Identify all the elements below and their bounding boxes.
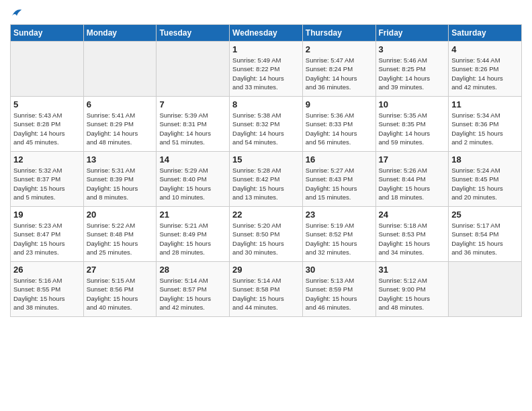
header-cell-monday: Monday [83,25,157,42]
day-number: 22 [232,210,300,220]
day-info: Sunrise: 5:24 AM Sunset: 8:45 PM Dayligh… [451,166,519,201]
day-number: 19 [13,210,81,220]
week-row-1: 1Sunrise: 5:49 AM Sunset: 8:22 PM Daylig… [11,42,522,97]
day-cell: 10Sunrise: 5:35 AM Sunset: 8:35 PM Dayli… [375,97,449,152]
calendar-header: SundayMondayTuesdayWednesdayThursdayFrid… [11,25,522,42]
header-cell-thursday: Thursday [302,25,375,42]
day-info: Sunrise: 5:39 AM Sunset: 8:31 PM Dayligh… [159,111,226,146]
day-info: Sunrise: 5:29 AM Sunset: 8:40 PM Dayligh… [159,166,226,201]
day-number: 8 [232,99,300,109]
day-number: 14 [159,154,226,165]
day-info: Sunrise: 5:43 AM Sunset: 8:28 PM Dayligh… [13,111,81,146]
week-row-4: 19Sunrise: 5:23 AM Sunset: 8:47 PM Dayli… [11,207,522,262]
day-cell: 30Sunrise: 5:13 AM Sunset: 8:59 PM Dayli… [302,262,375,317]
header-cell-sunday: Sunday [11,25,84,42]
day-info: Sunrise: 5:44 AM Sunset: 8:26 PM Dayligh… [451,56,519,91]
day-cell: 9Sunrise: 5:36 AM Sunset: 8:33 PM Daylig… [302,97,375,152]
day-number: 7 [159,99,226,109]
day-info: Sunrise: 5:20 AM Sunset: 8:50 PM Dayligh… [232,221,300,257]
day-cell: 20Sunrise: 5:22 AM Sunset: 8:48 PM Dayli… [83,207,157,262]
day-info: Sunrise: 5:22 AM Sunset: 8:48 PM Dayligh… [87,221,154,257]
day-number: 25 [451,210,519,220]
day-number: 9 [306,99,373,109]
day-number: 23 [306,210,373,220]
day-info: Sunrise: 5:17 AM Sunset: 8:54 PM Dayligh… [451,221,519,257]
calendar-table: SundayMondayTuesdayWednesdayThursdayFrid… [10,24,522,317]
day-number: 2 [306,44,373,54]
day-cell: 17Sunrise: 5:26 AM Sunset: 8:44 PM Dayli… [375,152,449,207]
header-row: SundayMondayTuesdayWednesdayThursdayFrid… [11,25,522,42]
day-cell: 11Sunrise: 5:34 AM Sunset: 8:36 PM Dayli… [449,97,522,152]
day-number: 10 [379,99,446,109]
day-number: 28 [159,265,226,275]
day-number: 24 [379,210,446,220]
day-info: Sunrise: 5:49 AM Sunset: 8:22 PM Dayligh… [232,56,300,91]
day-info: Sunrise: 5:12 AM Sunset: 9:00 PM Dayligh… [379,276,446,312]
day-cell [83,42,157,97]
day-info: Sunrise: 5:14 AM Sunset: 8:58 PM Dayligh… [232,276,300,312]
day-number: 29 [232,265,300,275]
day-cell: 26Sunrise: 5:16 AM Sunset: 8:55 PM Dayli… [11,262,84,317]
day-cell: 27Sunrise: 5:15 AM Sunset: 8:56 PM Dayli… [83,262,157,317]
day-cell: 6Sunrise: 5:41 AM Sunset: 8:29 PM Daylig… [83,97,157,152]
day-cell: 28Sunrise: 5:14 AM Sunset: 8:57 PM Dayli… [157,262,230,317]
day-number: 18 [451,154,519,165]
header-cell-friday: Friday [375,25,449,42]
day-info: Sunrise: 5:28 AM Sunset: 8:42 PM Dayligh… [232,166,300,201]
day-number: 3 [379,44,446,54]
day-number: 26 [13,265,81,275]
day-info: Sunrise: 5:18 AM Sunset: 8:53 PM Dayligh… [379,221,446,257]
day-info: Sunrise: 5:36 AM Sunset: 8:33 PM Dayligh… [306,111,373,146]
day-cell: 7Sunrise: 5:39 AM Sunset: 8:31 PM Daylig… [157,97,230,152]
day-number: 20 [87,210,154,220]
day-cell: 29Sunrise: 5:14 AM Sunset: 8:58 PM Dayli… [230,262,303,317]
day-info: Sunrise: 5:35 AM Sunset: 8:35 PM Dayligh… [379,111,446,146]
day-cell: 14Sunrise: 5:29 AM Sunset: 8:40 PM Dayli… [157,152,230,207]
day-info: Sunrise: 5:27 AM Sunset: 8:43 PM Dayligh… [306,166,373,201]
day-cell: 13Sunrise: 5:31 AM Sunset: 8:39 PM Dayli… [83,152,157,207]
day-info: Sunrise: 5:23 AM Sunset: 8:47 PM Dayligh… [13,221,81,257]
day-cell: 5Sunrise: 5:43 AM Sunset: 8:28 PM Daylig… [11,97,84,152]
day-cell: 31Sunrise: 5:12 AM Sunset: 9:00 PM Dayli… [375,262,449,317]
header-cell-wednesday: Wednesday [230,25,303,42]
day-cell: 1Sunrise: 5:49 AM Sunset: 8:22 PM Daylig… [230,42,303,97]
day-info: Sunrise: 5:16 AM Sunset: 8:55 PM Dayligh… [13,276,81,312]
day-cell: 24Sunrise: 5:18 AM Sunset: 8:53 PM Dayli… [375,207,449,262]
week-row-2: 5Sunrise: 5:43 AM Sunset: 8:28 PM Daylig… [11,97,522,152]
day-info: Sunrise: 5:14 AM Sunset: 8:57 PM Dayligh… [159,276,226,312]
day-number: 30 [306,265,373,275]
day-cell: 12Sunrise: 5:32 AM Sunset: 8:37 PM Dayli… [11,152,84,207]
day-number: 1 [232,44,300,54]
day-cell [157,42,230,97]
calendar-body: 1Sunrise: 5:49 AM Sunset: 8:22 PM Daylig… [11,42,522,317]
day-number: 16 [306,154,373,165]
day-info: Sunrise: 5:26 AM Sunset: 8:44 PM Dayligh… [379,166,446,201]
day-info: Sunrise: 5:13 AM Sunset: 8:59 PM Dayligh… [306,276,373,312]
day-info: Sunrise: 5:21 AM Sunset: 8:49 PM Dayligh… [159,221,226,257]
day-cell: 23Sunrise: 5:19 AM Sunset: 8:52 PM Dayli… [302,207,375,262]
header [10,7,522,19]
day-info: Sunrise: 5:38 AM Sunset: 8:32 PM Dayligh… [232,111,300,146]
day-cell: 2Sunrise: 5:47 AM Sunset: 8:24 PM Daylig… [302,42,375,97]
day-number: 12 [13,154,81,165]
day-info: Sunrise: 5:19 AM Sunset: 8:52 PM Dayligh… [306,221,373,257]
day-info: Sunrise: 5:47 AM Sunset: 8:24 PM Dayligh… [306,56,373,91]
week-row-3: 12Sunrise: 5:32 AM Sunset: 8:37 PM Dayli… [11,152,522,207]
day-number: 13 [87,154,154,165]
day-cell: 8Sunrise: 5:38 AM Sunset: 8:32 PM Daylig… [230,97,303,152]
day-cell: 16Sunrise: 5:27 AM Sunset: 8:43 PM Dayli… [302,152,375,207]
logo [10,7,23,19]
day-info: Sunrise: 5:15 AM Sunset: 8:56 PM Dayligh… [87,276,154,312]
day-number: 21 [159,210,226,220]
day-cell: 15Sunrise: 5:28 AM Sunset: 8:42 PM Dayli… [230,152,303,207]
day-info: Sunrise: 5:34 AM Sunset: 8:36 PM Dayligh… [451,111,519,146]
day-number: 27 [87,265,154,275]
day-number: 5 [13,99,81,109]
day-cell: 4Sunrise: 5:44 AM Sunset: 8:26 PM Daylig… [449,42,522,97]
day-cell: 18Sunrise: 5:24 AM Sunset: 8:45 PM Dayli… [449,152,522,207]
day-cell: 3Sunrise: 5:46 AM Sunset: 8:25 PM Daylig… [375,42,449,97]
logo-bird-icon [11,7,23,19]
day-info: Sunrise: 5:41 AM Sunset: 8:29 PM Dayligh… [87,111,154,146]
day-info: Sunrise: 5:32 AM Sunset: 8:37 PM Dayligh… [13,166,81,201]
day-cell: 25Sunrise: 5:17 AM Sunset: 8:54 PM Dayli… [449,207,522,262]
